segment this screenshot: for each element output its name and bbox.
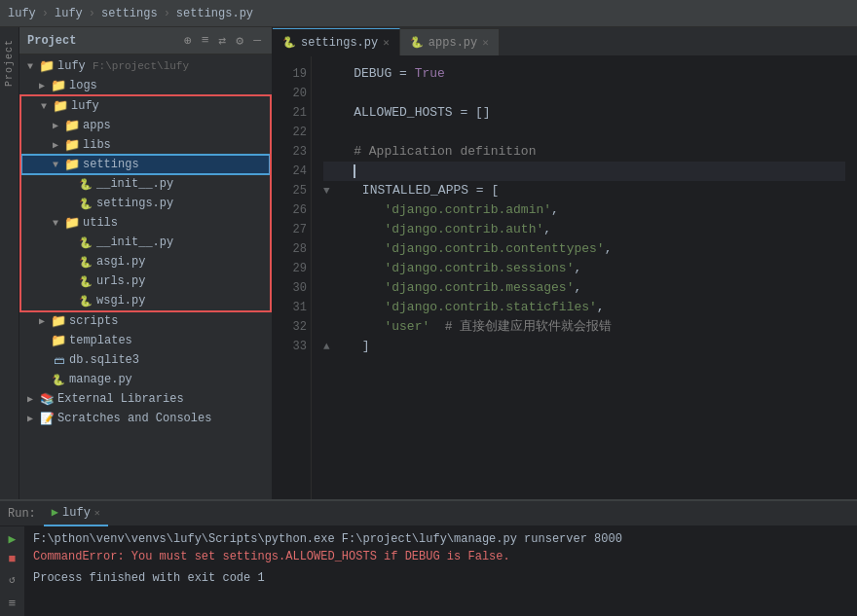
- run-label: Run:: [8, 507, 36, 521]
- tree-item-settings[interactable]: ▼ 📁 settings: [21, 155, 270, 174]
- code-line-23: # Application definition: [323, 142, 845, 162]
- code-line-26: 'django.contrib.admin',: [323, 200, 845, 220]
- panel-btn-minimize[interactable]: —: [250, 31, 264, 50]
- label-wsgi: wsgi.py: [96, 294, 145, 308]
- tree-item-manage[interactable]: 🐍 manage.py: [19, 370, 272, 389]
- tree-item-ext-libraries[interactable]: ▶ 📚 External Libraries: [19, 389, 272, 409]
- breadcrumb-lufy1[interactable]: lufy: [8, 7, 36, 20]
- run-cmd-line: F:\pthon\venv\venvs\lufy\Scripts\python.…: [33, 530, 849, 548]
- label-lufy-root: lufy F:\project\lufy: [57, 59, 189, 73]
- label-settings: settings: [83, 158, 139, 171]
- tree-item-db[interactable]: 🗃 db.sqlite3: [19, 350, 272, 370]
- run-settings-button[interactable]: ≡: [3, 596, 22, 612]
- panel-btn-add[interactable]: ⊕: [181, 31, 195, 51]
- breadcrumb-settings[interactable]: settings: [101, 7, 158, 20]
- tree-item-settings-py[interactable]: 🐍 settings.py: [21, 194, 270, 213]
- run-content: F:\pthon\venv\venvs\lufy\Scripts\python.…: [25, 526, 857, 616]
- scratch-icon: 📝: [39, 411, 55, 426]
- tree-item-init-utils[interactable]: 🐍 __init__.py: [21, 233, 270, 252]
- arrow-libs: ▶: [53, 139, 64, 151]
- label-db: db.sqlite3: [69, 353, 139, 367]
- run-tab-lufy[interactable]: ▶ lufy ✕: [44, 501, 108, 526]
- tab-apps-py[interactable]: 🐍 apps.py ✕: [400, 28, 500, 55]
- run-panel: Run: ▶ lufy ✕ ▶ ■ ↺ ≡ F:\pthon\venv\venv…: [0, 499, 857, 616]
- code-line-28: 'django.contrib.contenttypes',: [323, 239, 845, 259]
- tree-item-apps[interactable]: ▶ 📁 apps: [21, 116, 270, 135]
- tree-item-scratches[interactable]: ▶ 📝 Scratches and Consoles: [19, 409, 272, 428]
- label-logs: logs: [69, 79, 97, 92]
- run-stop-button[interactable]: ■: [3, 551, 22, 567]
- breadcrumb-lufy2[interactable]: lufy: [55, 7, 83, 20]
- arrow-utils: ▼: [53, 218, 64, 229]
- arrow-scratches: ▶: [27, 413, 39, 424]
- label-apps: apps: [83, 119, 111, 132]
- code-line-19: DEBUG = True: [323, 64, 845, 84]
- arrow-settings: ▼: [53, 160, 64, 170]
- py-icon-settings: 🐍: [78, 196, 93, 211]
- label-init-utils: __init__.py: [96, 236, 173, 249]
- code-line-29: 'django.contrib.sessions',: [323, 259, 845, 278]
- folder-icon-lufy-root: 📁: [39, 58, 55, 74]
- code-line-24: [323, 162, 845, 181]
- run-tab-close[interactable]: ✕: [94, 507, 100, 519]
- code-line-20: [323, 84, 845, 103]
- line-numbers: 19 20 21 22 23 24 25 26 27 28 29 30 31 3…: [273, 56, 312, 499]
- panel-btn-list[interactable]: ≡: [199, 31, 212, 50]
- tab-py-icon-apps: 🐍: [410, 36, 424, 49]
- folder-icon-utils: 📁: [64, 215, 80, 231]
- code-line-22: [323, 123, 845, 142]
- arrow-ext: ▶: [27, 393, 39, 405]
- tree-item-templates[interactable]: 📁 templates: [19, 331, 272, 350]
- breadcrumb-settings-py[interactable]: settings.py: [176, 7, 253, 20]
- code-line-30: 'django.contrib.messages',: [323, 278, 845, 298]
- run-play-button[interactable]: ▶: [3, 530, 22, 547]
- run-rerun-button[interactable]: ↺: [3, 571, 22, 588]
- folder-icon-logs: 📁: [51, 78, 66, 93]
- tree-item-libs[interactable]: ▶ 📁 libs: [21, 135, 270, 155]
- tree-item-lufy-root[interactable]: ▼ 📁 lufy F:\project\lufy: [19, 56, 272, 76]
- tree-item-scripts[interactable]: ▶ 📁 scripts: [19, 311, 272, 331]
- tab-label-settings: settings.py: [301, 36, 378, 50]
- ext-icon: 📚: [39, 391, 55, 407]
- tree-item-init-settings[interactable]: 🐍 __init__.py: [21, 174, 270, 194]
- label-init-settings: __init__.py: [96, 177, 173, 191]
- tree-item-asgi[interactable]: 🐍 asgi.py: [21, 252, 270, 272]
- run-tabs: Run: ▶ lufy ✕: [0, 501, 857, 526]
- code-content[interactable]: DEBUG = True ALLOWED_HOSTS = [] # Applic…: [312, 56, 857, 499]
- label-manage: manage.py: [69, 373, 132, 386]
- project-panel: Project ⊕ ≡ ⇄ ⚙ — ▼ 📁 lufy F:\project\lu…: [19, 27, 273, 499]
- label-libs: libs: [83, 138, 111, 152]
- code-line-32: 'user' # 直接创建应用软件就会报错: [323, 317, 845, 337]
- tab-close-settings[interactable]: ✕: [383, 36, 390, 49]
- code-editor: 19 20 21 22 23 24 25 26 27 28 29 30 31 3…: [273, 56, 857, 499]
- py-icon-init-settings: 🐍: [78, 176, 93, 192]
- panel-header: Project ⊕ ≡ ⇄ ⚙ —: [19, 27, 272, 54]
- code-line-31: 'django.contrib.staticfiles',: [323, 298, 845, 317]
- panel-title: Project: [27, 34, 177, 48]
- code-line-27: 'django.contrib.auth',: [323, 220, 845, 239]
- side-strip: Project: [0, 27, 19, 499]
- arrow-apps: ▶: [53, 120, 64, 131]
- tab-close-apps[interactable]: ✕: [482, 36, 489, 49]
- tab-py-icon-settings: 🐍: [282, 36, 296, 49]
- tree-item-logs[interactable]: ▶ 📁 logs: [19, 76, 272, 95]
- panel-btn-settings[interactable]: ⚙: [233, 31, 246, 51]
- run-bottom: ▶ ■ ↺ ≡ F:\pthon\venv\venvs\lufy\Scripts…: [0, 526, 857, 616]
- arrow-logs: ▶: [39, 80, 51, 91]
- panel-btn-swap[interactable]: ⇄: [216, 31, 230, 51]
- folder-icon-templates: 📁: [51, 333, 66, 348]
- run-toolbar: ▶ ■ ↺ ≡: [0, 526, 25, 616]
- py-icon-asgi: 🐍: [78, 254, 93, 270]
- tab-settings-py[interactable]: 🐍 settings.py ✕: [273, 28, 400, 55]
- tree-item-lufy[interactable]: ▼ 📁 lufy: [21, 96, 270, 116]
- title-bar: lufy › lufy › settings › settings.py: [0, 0, 857, 27]
- tree-item-utils[interactable]: ▼ 📁 utils: [21, 213, 270, 233]
- tree-item-wsgi[interactable]: 🐍 wsgi.py: [21, 291, 270, 310]
- run-error-line: CommandError: You must set settings.ALLO…: [33, 548, 849, 565]
- arrow-scripts: ▶: [39, 315, 51, 327]
- code-line-21: ALLOWED_HOSTS = []: [323, 103, 845, 123]
- project-strip-label[interactable]: Project: [4, 39, 15, 87]
- run-tab-icon: ▶: [52, 505, 58, 520]
- tree-item-urls[interactable]: 🐍 urls.py: [21, 272, 270, 291]
- folder-icon-lufy: 📁: [53, 98, 68, 114]
